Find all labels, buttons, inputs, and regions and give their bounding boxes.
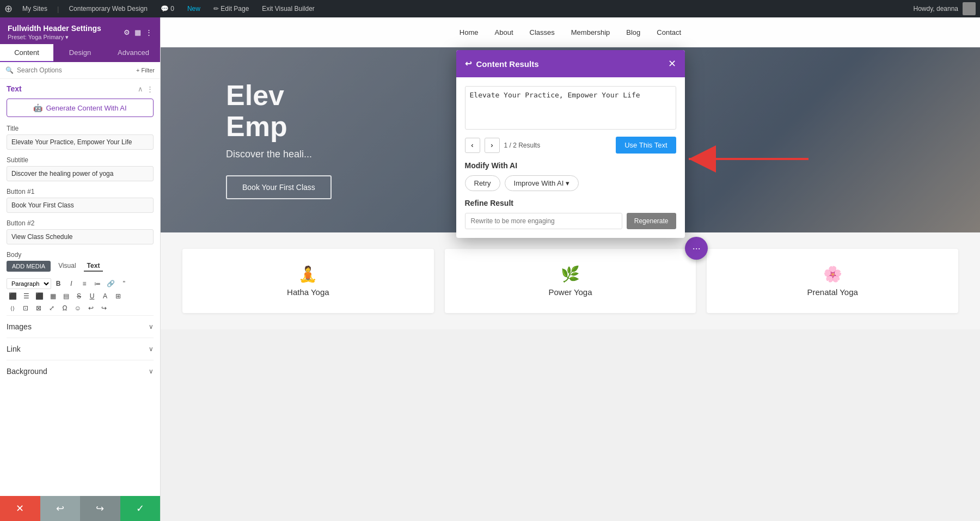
omega-button[interactable]: Ω [59, 303, 71, 313]
modal-title: Content Results [476, 59, 539, 69]
edit-page-link[interactable]: ✏ Edit Page [210, 5, 252, 13]
ol-button[interactable]: ≔ [91, 279, 103, 289]
generate-ai-button[interactable]: 🤖 Generate Content With AI [7, 99, 154, 117]
modal-overlay: ↩ Content Results ✕ Elevate Your Practic… [161, 17, 980, 521]
search-input[interactable] [17, 66, 136, 74]
bottom-bar: ✕ ↩ ↪ ✓ [0, 496, 160, 521]
panel-header: Fullwidth Header Settings Preset: Yoga P… [0, 17, 160, 44]
admin-bar-left: ⊕ My Sites | Contemporary Web Design 💬 0… [4, 3, 914, 15]
table-button[interactable]: ▦ [47, 291, 59, 301]
table2-button[interactable]: ▤ [60, 291, 72, 301]
panel-title: Fullwidth Header Settings [8, 24, 101, 33]
subtitle-field-group: Subtitle [7, 156, 154, 181]
modal-header: ↩ Content Results ✕ [456, 50, 685, 77]
result-textarea[interactable]: Elevate Your Practice, Empower Your Life [465, 86, 676, 130]
panel-search-bar: 🔍 + Filter [0, 62, 160, 79]
align-left-button[interactable]: ⬛ [7, 291, 19, 301]
modal-close-button[interactable]: ✕ [668, 58, 676, 70]
modal-navigation: ‹ › 1 / 2 Results Use This Text [465, 137, 676, 154]
outdent-button[interactable]: ⊠ [33, 303, 45, 313]
panel-tabs: Content Design Advanced [0, 44, 160, 62]
refine-row: Regenerate [465, 213, 676, 229]
button1-label: Button #1 [7, 188, 154, 195]
redo-button[interactable]: ↪ [80, 496, 120, 521]
visual-tab[interactable]: Visual [55, 261, 79, 272]
collapse-icon[interactable]: ∧ [138, 85, 143, 93]
tab-content[interactable]: Content [0, 44, 53, 62]
admin-bar: ⊕ My Sites | Contemporary Web Design 💬 0… [0, 0, 980, 17]
title-input[interactable] [7, 134, 154, 150]
improve-button[interactable]: Improve With AI ▾ [505, 175, 579, 191]
images-section: Images ∨ [7, 315, 154, 338]
exit-builder-link[interactable]: Exit Visual Builder [259, 5, 318, 13]
site-name-link[interactable]: Contemporary Web Design [65, 5, 151, 13]
italic-button[interactable]: I [65, 279, 77, 289]
align-right-button[interactable]: ⬛ [33, 291, 46, 301]
editor-toolbar-2: ⬛ ☰ ⬛ ▦ ▤ S U A ⊞ [7, 291, 154, 301]
expand-button[interactable]: ⤢ [46, 303, 58, 313]
text-tab[interactable]: Text [84, 261, 103, 272]
new-link[interactable]: New [184, 5, 204, 13]
undo-button[interactable]: ↩ [40, 496, 81, 521]
indent-button[interactable]: ⊞ [112, 291, 124, 301]
title-label: Title [7, 125, 154, 132]
bold-button[interactable]: B [52, 279, 64, 289]
refine-title: Refine Result [465, 199, 676, 207]
tab-design[interactable]: Design [53, 44, 107, 62]
quote-button[interactable]: " [118, 279, 130, 289]
filter-button[interactable]: + Filter [136, 67, 155, 73]
prev-result-button[interactable]: ‹ [465, 138, 480, 153]
link-button[interactable]: 🔗 [105, 279, 117, 289]
result-count: 1 / 2 Results [504, 142, 612, 149]
settings-icon[interactable]: ⚙ [124, 28, 130, 36]
panel-content: Text ∧ ⋮ 🤖 Generate Content With AI Titl… [0, 79, 160, 496]
strikethrough-button[interactable]: S [73, 291, 85, 301]
indent2-button[interactable]: ⊡ [20, 303, 32, 313]
comments-link[interactable]: 💬 0 [157, 5, 177, 13]
text-section-title: Text [7, 84, 22, 93]
left-panel: Fullwidth Header Settings Preset: Yoga P… [0, 17, 161, 521]
section-menu-icon[interactable]: ⋮ [146, 85, 154, 93]
ul-button[interactable]: ≡ [78, 279, 90, 289]
chevron-down-icon: ▾ [566, 179, 569, 187]
layout-icon[interactable]: ▦ [134, 28, 141, 36]
modal-body: Elevate Your Practice, Empower Your Life… [456, 77, 685, 238]
search-icon: 🔍 [5, 66, 14, 74]
content-results-modal: ↩ Content Results ✕ Elevate Your Practic… [456, 50, 685, 238]
button2-input[interactable] [7, 229, 154, 244]
right-area: Home About Classes Membership Blog Conta… [161, 17, 980, 521]
add-media-button[interactable]: ADD MEDIA [7, 261, 51, 272]
underline-button[interactable]: U [86, 291, 98, 301]
editor-toolbar-1: Paragraph B I ≡ ≔ 🔗 " [7, 278, 154, 289]
background-section-header[interactable]: Background ∨ [7, 367, 154, 376]
align-center-button[interactable]: ☰ [20, 291, 32, 301]
images-chevron-icon: ∨ [149, 323, 154, 330]
images-section-header[interactable]: Images ∨ [7, 322, 154, 331]
button1-field-group: Button #1 [7, 188, 154, 213]
source-button[interactable]: ⟨⟩ [7, 304, 19, 312]
subtitle-input[interactable] [7, 166, 154, 181]
undo-editor-button[interactable]: ↩ [85, 303, 97, 313]
regenerate-button[interactable]: Regenerate [627, 213, 676, 229]
link-section-header[interactable]: Link ∨ [7, 345, 154, 353]
wp-logo-icon[interactable]: ⊕ [4, 3, 13, 15]
text-color-button[interactable]: A [99, 291, 111, 301]
retry-button[interactable]: Retry [465, 175, 500, 191]
tab-advanced[interactable]: Advanced [107, 44, 160, 62]
modify-ai-title: Modify With AI [465, 161, 676, 170]
refine-input[interactable] [465, 213, 622, 229]
my-sites-link[interactable]: My Sites [19, 5, 51, 13]
button1-input[interactable] [7, 198, 154, 213]
paragraph-select[interactable]: Paragraph [7, 278, 51, 289]
main-layout: Fullwidth Header Settings Preset: Yoga P… [0, 17, 980, 521]
more-icon[interactable]: ⋮ [145, 28, 152, 36]
emoji-button[interactable]: ☺ [72, 303, 84, 313]
body-label: Body [7, 251, 154, 259]
use-this-text-button[interactable]: Use This Text [616, 137, 676, 154]
cancel-button[interactable]: ✕ [0, 496, 40, 521]
redo-editor-button[interactable]: ↪ [98, 303, 110, 313]
next-result-button[interactable]: › [485, 138, 500, 153]
text-section-header: Text ∧ ⋮ [7, 84, 154, 93]
background-chevron-icon: ∨ [149, 367, 154, 375]
save-button[interactable]: ✓ [120, 496, 161, 521]
